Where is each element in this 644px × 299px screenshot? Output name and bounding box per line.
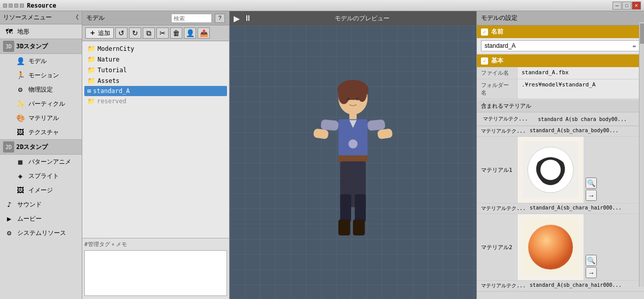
sidebar-item-terrain[interactable]: 🗺 地形 [0,24,82,39]
sprite-icon: ◈ [15,171,25,181]
foldername-row: フォルダー名 .¥res¥model¥standard_A [477,79,644,99]
maximize-button[interactable]: □ [622,2,631,10]
copy-button[interactable]: ⧉ [143,27,155,39]
scrollbar-thumb[interactable] [640,23,644,44]
user-button[interactable]: 👤 [184,27,196,39]
sidebar-item-motion[interactable]: 🏃 モーション [0,68,82,82]
sidebar-item-material[interactable]: 🎨 マテリアル [0,111,82,125]
export-icon: 📤 [200,29,208,37]
name-edit-icon[interactable]: ✏ [633,42,636,49]
mat2-content: マテリアル2 [477,214,644,280]
sidebar-label-particle: パーティクル [28,100,65,108]
mat2-tex-name: standard_A(sb_chara_hair000... [530,205,640,212]
sidebar-label-sprite: スプライト [28,172,59,181]
cut-button[interactable]: ✂ [156,27,169,39]
3dstamp-icon: 3D [3,41,14,52]
sidebar-item-model[interactable]: 👤 モデル [0,54,82,68]
folder-item-tutorial[interactable]: 📁 Tutorial [84,65,227,75]
mat1-tex-label: マテリアルテク... [481,128,526,135]
mat1-search-button[interactable]: 🔍 [586,177,597,189]
mat1-thumbnail[interactable] [518,137,584,203]
svg-rect-17 [355,194,366,222]
basic-check-icon: ✓ [481,57,488,65]
contains-material-label: 含まれるマテリアル [477,100,644,112]
preview-viewport[interactable] [230,25,476,299]
file-item-reserved[interactable]: 📁 reserved [84,96,227,106]
mat2-search-button[interactable]: 🔍 [586,255,597,266]
tag-input[interactable] [84,250,227,296]
title-bar-dots [3,4,24,8]
folder-item-nature[interactable]: 📁 Nature [84,54,227,65]
undo-button[interactable]: ↺ [115,27,127,39]
material-icon: 🎨 [15,113,25,123]
redo-button[interactable]: ↻ [129,27,141,39]
model-toolbar: ＋ 追加 ↺ ↻ ⧉ ✂ 🗑 👤 📤 [82,25,229,41]
svg-point-2 [338,87,349,104]
svg-rect-10 [320,119,339,131]
folder-label-nature: Nature [98,56,119,63]
foldername-value: .¥res¥model¥standard_A [518,79,644,99]
sidebar-title: リソースメニュー [3,13,52,22]
sidebar-item-particle[interactable]: ✨ パーティクル [0,97,82,111]
mat2-tex-label: マテリアルテク... [481,205,526,212]
close-button[interactable]: ✕ [632,2,641,10]
sidebar-item-image[interactable]: 🖼 イメージ [0,183,82,197]
file-icon-reserved: 📁 [87,98,95,105]
file-label-reserved: reserved [97,98,126,105]
model-search-input[interactable] [171,14,212,23]
svg-rect-11 [367,119,385,131]
sidebar: リソースメニュー 《 🗺 地形 3D 3Dスタンプ 👤 モデル 🏃 モーション … [0,11,82,299]
file-list: 📁 ModernCity 📁 Nature 📁 Tutorial 📁 Asset… [82,41,229,238]
mat1-detail-button[interactable]: → [586,190,597,201]
name-input[interactable] [485,42,621,49]
sound-icon: ♪ [4,199,14,210]
file-item-standard-a[interactable]: ⊞ standard_A [84,86,227,96]
minimize-button[interactable]: ─ [613,2,622,10]
sidebar-item-patternanim[interactable]: ▦ パターンアニメ [0,155,82,169]
sidebar-item-systemres[interactable]: ⚙ システムリソース [0,226,82,240]
right-scrollbar[interactable] [639,22,644,287]
name-check-icon: ✓ [481,28,488,36]
preview-controls: ▶ ⏸ [234,14,252,23]
svg-rect-16 [340,194,351,222]
export-button[interactable]: 📤 [198,27,210,39]
folder-label-moderncity: ModernCity [98,45,134,52]
delete-button[interactable]: 🗑 [170,27,182,39]
name-input-container: ✏ [481,40,640,51]
folder-icon-tutorial: 📁 [87,66,95,74]
model-help-button[interactable]: ? [215,14,225,23]
folder-label-tutorial: Tutorial [98,67,127,74]
sidebar-category-3dstamp[interactable]: 3D 3Dスタンプ [0,39,82,54]
svg-point-5 [356,98,359,100]
preview-title: モデルのプレビュー [335,14,390,23]
sidebar-item-movie[interactable]: ▶ ムービー [0,212,82,226]
sidebar-category-2dstamp[interactable]: 2D 2Dスタンプ [0,139,82,155]
sidebar-collapse-button[interactable]: 《 [73,13,79,22]
svg-point-14 [348,139,358,148]
movie-icon: ▶ [4,214,14,224]
folder-item-moderncity[interactable]: 📁 ModernCity [84,43,227,54]
sidebar-item-physics[interactable]: ⚙ 物理設定 [0,82,82,97]
svg-rect-9 [338,156,368,162]
sidebar-label-3dstamp: 3Dスタンプ [16,42,48,51]
svg-rect-12 [313,128,329,139]
model-icon: 👤 [15,56,25,66]
mat2-detail-button[interactable]: → [586,267,597,278]
sidebar-item-sprite[interactable]: ◈ スプライト [0,169,82,183]
patternanim-icon: ▦ [15,157,25,167]
mat2-thumbnail[interactable] [518,214,584,280]
sidebar-item-sound[interactable]: ♪ サウンド [0,197,82,212]
sidebar-label-motion: モーション [28,71,59,80]
folder-label-assets: Assets [98,77,119,84]
svg-rect-13 [377,128,393,139]
foldername-key: フォルダー名 [477,79,518,99]
mat2-label: マテリアル2 [477,214,518,280]
folder-item-assets[interactable]: 📁 Assets [84,75,227,86]
mat3-tex-name: standard_A(sb_chara_hair000... [530,282,640,289]
play-button[interactable]: ▶ [234,14,240,23]
2dstamp-icon: 2D [3,141,14,153]
mat-col-header1: マテリアルテク... [481,114,536,124]
pause-button[interactable]: ⏸ [244,14,252,23]
sidebar-item-texture[interactable]: 🖼 テクスチャ [0,125,82,139]
add-model-button[interactable]: ＋ 追加 [85,27,114,39]
